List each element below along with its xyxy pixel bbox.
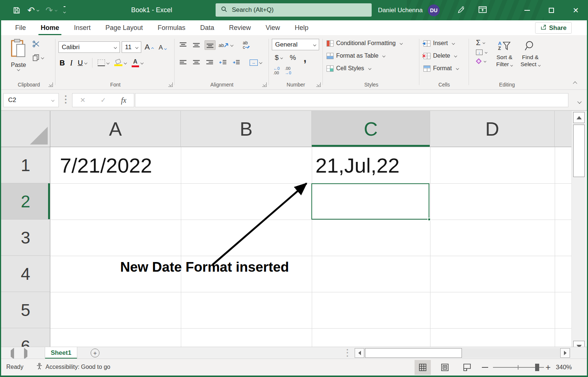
collapse-ribbon-button[interactable] [572,80,577,86]
avatar[interactable]: DU [428,4,440,16]
close-button[interactable]: ✕ [564,0,588,20]
borders-button[interactable] [98,60,109,66]
increase-decimal-button[interactable]: ←0.00 [273,66,280,75]
align-center-button[interactable] [191,58,202,67]
delete-cells-button[interactable]: Delete [423,52,457,59]
clear-button[interactable] [476,58,487,64]
whats-new-pen-icon[interactable] [457,6,465,15]
font-dialog-launcher-icon[interactable] [168,82,173,87]
underline-button[interactable]: U [78,59,87,67]
increase-indent-button[interactable] [231,58,241,67]
copy-button[interactable] [32,54,44,61]
accessibility-status[interactable]: Accessibility: Good to go [36,363,110,371]
redo-button[interactable]: ↷ [44,4,58,17]
conditional-formatting-button[interactable]: Conditional Formatting [327,40,402,47]
normal-view-button[interactable] [415,360,431,375]
cell-a1[interactable]: 7/21/2022 [50,147,181,183]
row-header-2[interactable]: 2 [1,183,50,220]
format-as-table-button[interactable]: Format as Table [327,52,385,59]
expand-formula-bar-icon[interactable] [576,98,581,105]
wrap-text-button[interactable]: ab c [243,41,250,50]
tab-scrollbar-divider[interactable]: ••• [347,349,348,358]
zoom-slider-thumb[interactable] [535,364,539,371]
save-icon[interactable] [11,4,22,17]
percent-style-button[interactable]: % [290,54,296,62]
font-size-select[interactable]: 11 [122,41,141,53]
tab-data[interactable]: Data [193,20,222,35]
scroll-left-icon[interactable] [355,348,364,358]
new-sheet-button[interactable]: + [91,349,99,357]
zoom-level[interactable]: 340% [556,364,572,371]
name-box-input[interactable] [4,96,41,104]
tab-formulas[interactable]: Formulas [150,20,193,35]
customize-quick-access-toolbar-button[interactable] [62,4,67,17]
fill-color-button[interactable] [114,60,126,66]
decrease-indent-button[interactable] [218,58,228,67]
increase-font-size-button[interactable]: A [145,43,153,51]
zoom-out-button[interactable] [482,367,488,368]
selected-cell-c2[interactable] [311,183,429,220]
clipboard-dialog-launcher-icon[interactable] [48,82,53,87]
undo-button[interactable]: ↶ [26,4,40,17]
align-left-button[interactable] [178,58,188,67]
merge-center-button[interactable]: ↔ [250,60,262,66]
row-header-4[interactable]: 4 [1,256,50,292]
minimize-button[interactable] [515,0,539,20]
insert-function-button[interactable]: fx [121,96,126,105]
zoom-in-button[interactable]: + [545,364,551,371]
fill-handle[interactable] [428,218,431,221]
formula-input[interactable] [135,93,568,107]
column-header-b[interactable]: B [181,111,312,147]
top-align-button[interactable] [178,41,188,50]
column-header-a[interactable]: A [50,111,181,147]
page-break-preview-button[interactable] [459,360,475,375]
decrease-font-size-button[interactable]: A [159,44,166,51]
select-all-button[interactable] [1,111,50,147]
sort-filter-button[interactable]: AZ Sort &Filter [491,38,517,68]
row-header-3[interactable]: 3 [1,220,50,256]
alignment-dialog-launcher-icon[interactable] [262,82,267,87]
scroll-up-icon[interactable] [573,112,585,123]
name-box[interactable] [3,93,59,107]
search-box[interactable] [216,3,372,17]
tab-insert[interactable]: Insert [67,20,98,35]
italic-button[interactable]: I [70,59,72,67]
bottom-align-button[interactable] [205,40,216,50]
align-right-button[interactable] [205,58,215,67]
number-format-select[interactable]: General [272,39,319,50]
tab-view[interactable]: View [258,20,287,35]
search-input[interactable] [232,6,366,14]
tab-help[interactable]: Help [287,20,316,35]
comma-style-button[interactable]: , [303,55,306,61]
horizontal-scrollbar-thumb[interactable] [365,348,462,358]
decrease-decimal-button[interactable]: .00→0 [285,66,291,75]
bold-button[interactable]: B [60,59,65,67]
column-header-partial[interactable] [555,111,571,147]
column-header-c[interactable]: C [312,111,430,147]
previous-sheet-icon[interactable] [11,350,14,357]
scroll-right-icon[interactable] [560,348,570,358]
cell-styles-button[interactable]: Cell Styles [327,65,371,72]
worksheet-grid[interactable]: A B C D 1 2 3 4 5 6 7/21/2022 21,Jul,22 … [1,111,571,347]
autosum-button[interactable]: Σ [476,39,487,46]
cancel-formula-icon[interactable]: ✕ [80,96,85,104]
format-cells-button[interactable]: Format [423,65,459,72]
tab-file[interactable]: File [8,20,33,35]
next-sheet-icon[interactable] [24,350,27,357]
sheet-tab-sheet1[interactable]: Sheet1 [45,347,77,359]
middle-align-button[interactable] [191,41,202,50]
ribbon-display-options-icon[interactable] [478,6,487,15]
tab-page-layout[interactable]: Page Layout [98,20,150,35]
cell-c1[interactable]: 21,Jul,22 [312,147,430,183]
row-header-1[interactable]: 1 [1,147,50,183]
enter-formula-icon[interactable]: ✓ [101,96,106,104]
row-header-6[interactable]: 6 [1,328,50,347]
vertical-scrollbar[interactable] [571,111,586,353]
number-dialog-launcher-icon[interactable] [316,82,321,87]
find-select-button[interactable]: Find &Select [517,38,543,68]
page-layout-view-button[interactable] [437,360,453,375]
account-area[interactable]: Daniel Uchenna DU [378,0,440,20]
insert-cells-button[interactable]: Insert [423,40,454,47]
fill-button[interactable]: ↓ [476,50,487,55]
font-color-button[interactable]: A [132,59,143,67]
